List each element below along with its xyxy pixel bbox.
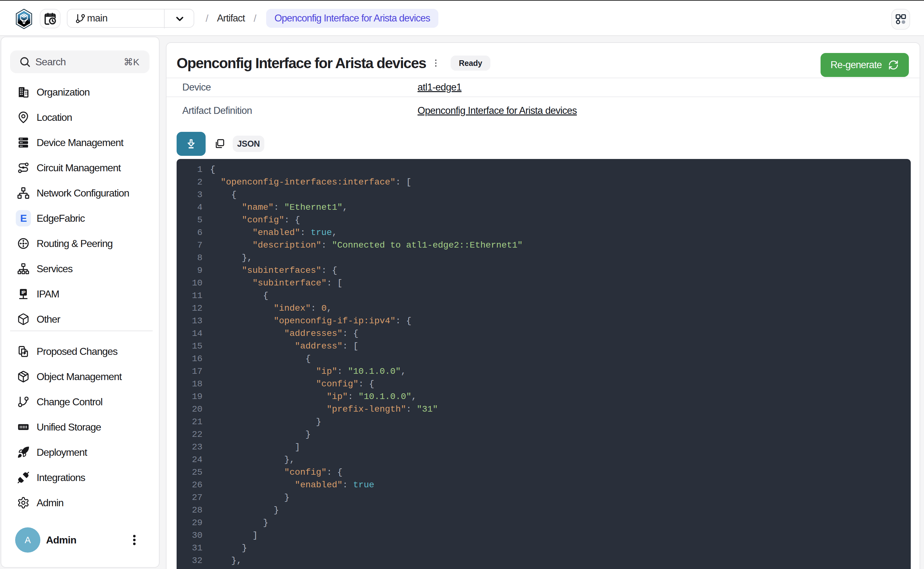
svg-text:IP: IP (21, 290, 26, 295)
